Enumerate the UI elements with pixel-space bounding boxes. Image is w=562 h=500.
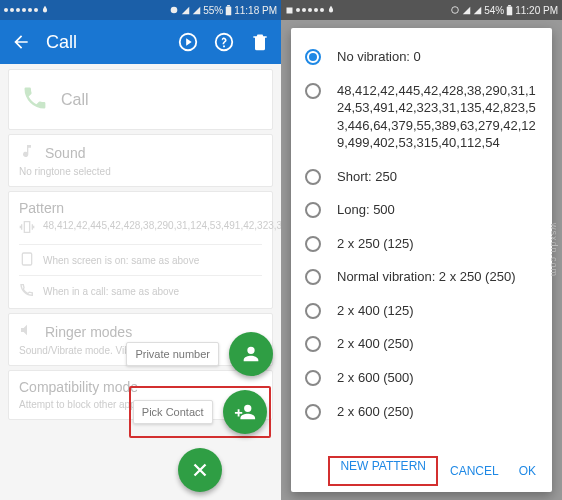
pattern-sub: 48,412,42,445,42,428,38,290,31,124,53,49… (43, 219, 281, 232)
appbar-title: Call (46, 32, 163, 53)
status-bar: 54% 11:20 PM (281, 0, 562, 20)
radio-icon (305, 370, 321, 386)
dialog-buttons: NEW PATTERN CANCEL OK (291, 450, 552, 492)
screen-icon (19, 251, 35, 269)
radio-icon (305, 49, 321, 65)
when-screen: When screen is on: same as above (43, 255, 199, 266)
fab-add-contact[interactable] (223, 390, 267, 434)
option-2x600-500[interactable]: 2 x 600 (500) (305, 361, 538, 395)
option-2x400-250[interactable]: 2 x 400 (250) (305, 327, 538, 361)
play-button[interactable] (177, 31, 199, 53)
new-pattern-button[interactable]: NEW PATTERN (332, 451, 434, 481)
option-2x250-125[interactable]: 2 x 250 (125) (305, 227, 538, 261)
option-custom[interactable]: 48,412,42,445,42,428,38,290,31,124,53,49… (305, 74, 538, 160)
battery-text: 54% (484, 5, 504, 16)
radio-icon (305, 269, 321, 285)
pattern-card[interactable]: Pattern 48,412,42,445,42,428,38,290,31,1… (8, 191, 273, 309)
watermark: wsxdn.com (549, 223, 559, 277)
radio-icon (305, 236, 321, 252)
right-screenshot: 54% 11:20 PM No vibration: 0 48,412,42,4… (281, 0, 562, 500)
notification-icon (40, 5, 50, 15)
svg-rect-4 (507, 6, 513, 15)
radio-icon (305, 336, 321, 352)
radio-icon (305, 303, 321, 319)
sound-title: Sound (45, 145, 85, 161)
incall-icon (19, 282, 35, 300)
radio-icon (305, 83, 321, 99)
compat-title: Compatibility mode (19, 379, 138, 395)
fab-contact[interactable] (229, 332, 273, 376)
pattern-dialog: No vibration: 0 48,412,42,445,42,428,38,… (291, 28, 552, 492)
note-icon (19, 143, 35, 162)
alarm-icon (169, 5, 179, 15)
sound-card[interactable]: Sound No ringtone selected (8, 134, 273, 187)
private-chip[interactable]: Private number (126, 342, 219, 366)
notif-icon (285, 6, 294, 15)
svg-rect-2 (22, 253, 31, 265)
option-normal[interactable]: Normal vibration: 2 x 250 (250) (305, 260, 538, 294)
delete-button[interactable] (249, 31, 271, 53)
battery-icon (506, 5, 513, 16)
ringer-title: Ringer modes (45, 324, 132, 340)
option-2x400-125[interactable]: 2 x 400 (125) (305, 294, 538, 328)
help-button[interactable] (213, 31, 235, 53)
radio-icon (305, 404, 321, 420)
svg-rect-0 (226, 6, 232, 15)
clock-text: 11:18 PM (234, 5, 277, 16)
status-bar: 55% 11:18 PM (0, 0, 281, 20)
settings-list[interactable]: Call Sound No ringtone selected Pattern … (0, 64, 281, 500)
clock-text: 11:20 PM (515, 5, 558, 16)
svg-rect-5 (508, 5, 511, 6)
cancel-button[interactable]: CANCEL (442, 456, 507, 486)
signal-icon (181, 6, 190, 15)
option-long[interactable]: Long: 500 (305, 193, 538, 227)
phone-icon (21, 84, 49, 115)
app-bar: Call (0, 20, 281, 64)
option-2x600-250[interactable]: 2 x 600 (250) (305, 395, 538, 429)
svg-point-3 (452, 7, 459, 14)
signal-icon (192, 6, 201, 15)
option-no-vibration[interactable]: No vibration: 0 (305, 40, 538, 74)
alarm-icon (450, 5, 460, 15)
ok-button[interactable]: OK (511, 456, 544, 486)
new-pattern-highlight: NEW PATTERN (328, 456, 438, 486)
fab-close[interactable] (178, 448, 222, 492)
pattern-title: Pattern (19, 200, 64, 216)
vibrate-icon (19, 219, 35, 238)
pick-contact-highlight: Pick Contact (129, 386, 271, 438)
left-screenshot: 55% 11:18 PM Call Call (0, 0, 281, 500)
svg-rect-1 (227, 5, 230, 6)
option-short[interactable]: Short: 250 (305, 160, 538, 194)
speaker-icon (19, 322, 35, 341)
call-card[interactable]: Call (8, 69, 273, 130)
back-button[interactable] (10, 31, 32, 53)
battery-icon (225, 5, 232, 16)
radio-icon (305, 202, 321, 218)
call-title: Call (61, 91, 89, 109)
options-list[interactable]: No vibration: 0 48,412,42,445,42,428,38,… (291, 28, 552, 450)
when-call: When in a call: same as above (43, 286, 179, 297)
notification-icon (326, 5, 336, 15)
pick-contact-chip[interactable]: Pick Contact (133, 400, 213, 424)
signal-icon (462, 6, 471, 15)
signal-icon (473, 6, 482, 15)
battery-text: 55% (203, 5, 223, 16)
radio-icon (305, 169, 321, 185)
sound-sub: No ringtone selected (19, 165, 262, 178)
